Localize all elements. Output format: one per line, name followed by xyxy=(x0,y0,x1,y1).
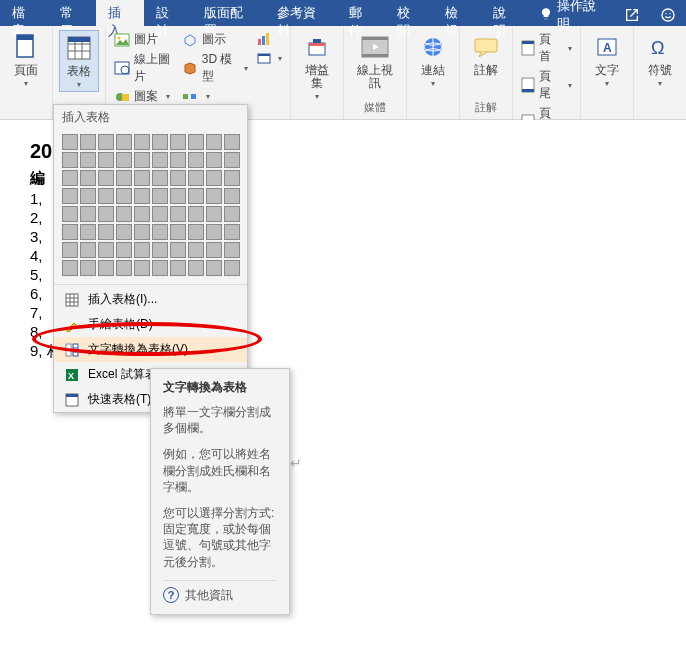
grid-cell[interactable] xyxy=(206,134,222,150)
tab-home[interactable]: 常用 xyxy=(48,0,96,26)
grid-cell[interactable] xyxy=(206,152,222,168)
table-button[interactable]: 表格 ▾ xyxy=(59,30,99,92)
tab-references[interactable]: 參考資料 xyxy=(265,0,337,26)
grid-cell[interactable] xyxy=(134,224,150,240)
grid-cell[interactable] xyxy=(206,224,222,240)
header-button[interactable]: 頁首▾ xyxy=(519,30,574,66)
grid-cell[interactable] xyxy=(170,224,186,240)
chart-button[interactable] xyxy=(254,30,284,48)
grid-cell[interactable] xyxy=(170,152,186,168)
tab-design[interactable]: 設計 xyxy=(144,0,192,26)
grid-cell[interactable] xyxy=(62,260,78,276)
grid-cell[interactable] xyxy=(206,260,222,276)
grid-cell[interactable] xyxy=(206,188,222,204)
grid-cell[interactable] xyxy=(188,134,204,150)
tab-insert[interactable]: 插入 xyxy=(96,0,144,26)
symbols-button[interactable]: Ω 符號 ▾ xyxy=(640,30,680,90)
grid-cell[interactable] xyxy=(206,242,222,258)
addins-button[interactable]: 增益 集 ▾ xyxy=(297,30,337,103)
grid-cell[interactable] xyxy=(62,188,78,204)
grid-cell[interactable] xyxy=(188,224,204,240)
3d-models-button[interactable]: 3D 模型▾ xyxy=(180,50,250,86)
grid-cell[interactable] xyxy=(98,242,114,258)
grid-cell[interactable] xyxy=(116,152,132,168)
grid-cell[interactable] xyxy=(188,188,204,204)
grid-cell[interactable] xyxy=(152,134,168,150)
table-size-grid[interactable] xyxy=(54,130,247,282)
grid-cell[interactable] xyxy=(188,242,204,258)
tab-help[interactable]: 說明 xyxy=(481,0,529,26)
grid-cell[interactable] xyxy=(62,134,78,150)
online-pictures-button[interactable]: 線上圖片 xyxy=(112,50,176,86)
pages-button[interactable]: 頁面 ▾ xyxy=(6,30,46,90)
grid-cell[interactable] xyxy=(80,206,96,222)
menu-insert-table[interactable]: 插入表格(I)... xyxy=(54,287,247,312)
tab-view[interactable]: 檢視 xyxy=(433,0,481,26)
grid-cell[interactable] xyxy=(188,170,204,186)
grid-cell[interactable] xyxy=(134,206,150,222)
grid-cell[interactable] xyxy=(62,206,78,222)
links-button[interactable]: 連結 ▾ xyxy=(413,30,453,90)
grid-cell[interactable] xyxy=(80,188,96,204)
grid-cell[interactable] xyxy=(224,224,240,240)
grid-cell[interactable] xyxy=(152,188,168,204)
grid-cell[interactable] xyxy=(116,260,132,276)
grid-cell[interactable] xyxy=(80,134,96,150)
grid-cell[interactable] xyxy=(224,134,240,150)
grid-cell[interactable] xyxy=(134,152,150,168)
grid-cell[interactable] xyxy=(62,170,78,186)
grid-cell[interactable] xyxy=(98,152,114,168)
grid-cell[interactable] xyxy=(152,170,168,186)
grid-cell[interactable] xyxy=(134,242,150,258)
grid-cell[interactable] xyxy=(170,242,186,258)
grid-cell[interactable] xyxy=(116,170,132,186)
tab-review[interactable]: 校閱 xyxy=(385,0,433,26)
tab-mail[interactable]: 郵件 xyxy=(337,0,385,26)
tab-layout[interactable]: 版面配置 xyxy=(192,0,264,26)
grid-cell[interactable] xyxy=(206,170,222,186)
grid-cell[interactable] xyxy=(224,206,240,222)
grid-cell[interactable] xyxy=(80,152,96,168)
tell-me[interactable]: 操作說明 xyxy=(529,0,614,26)
grid-cell[interactable] xyxy=(62,224,78,240)
grid-cell[interactable] xyxy=(98,260,114,276)
grid-cell[interactable] xyxy=(116,224,132,240)
online-video-button[interactable]: 線上視訊 xyxy=(350,30,401,92)
tooltip-more-info[interactable]: ? 其他資訊 xyxy=(163,587,277,604)
grid-cell[interactable] xyxy=(170,260,186,276)
grid-cell[interactable] xyxy=(98,170,114,186)
grid-cell[interactable] xyxy=(134,170,150,186)
menu-draw-table[interactable]: 手繪表格(D) xyxy=(54,312,247,337)
grid-cell[interactable] xyxy=(152,242,168,258)
icons-button[interactable]: 圖示 xyxy=(180,30,250,49)
grid-cell[interactable] xyxy=(116,242,132,258)
grid-cell[interactable] xyxy=(62,152,78,168)
grid-cell[interactable] xyxy=(170,134,186,150)
grid-cell[interactable] xyxy=(80,224,96,240)
pictures-button[interactable]: 圖片 xyxy=(112,30,176,49)
footer-button[interactable]: 頁尾▾ xyxy=(519,67,574,103)
grid-cell[interactable] xyxy=(188,152,204,168)
grid-cell[interactable] xyxy=(116,134,132,150)
grid-cell[interactable] xyxy=(80,242,96,258)
comment-button[interactable]: 註解 xyxy=(466,30,506,79)
grid-cell[interactable] xyxy=(224,260,240,276)
grid-cell[interactable] xyxy=(224,152,240,168)
grid-cell[interactable] xyxy=(152,152,168,168)
grid-cell[interactable] xyxy=(170,170,186,186)
grid-cell[interactable] xyxy=(116,206,132,222)
grid-cell[interactable] xyxy=(224,170,240,186)
grid-cell[interactable] xyxy=(170,188,186,204)
grid-cell[interactable] xyxy=(152,224,168,240)
grid-cell[interactable] xyxy=(134,188,150,204)
grid-cell[interactable] xyxy=(188,206,204,222)
feedback-button[interactable] xyxy=(650,0,686,26)
menu-convert-text-to-table[interactable]: 文字轉換為表格(V)... xyxy=(54,337,247,362)
grid-cell[interactable] xyxy=(116,188,132,204)
share-button[interactable] xyxy=(614,0,650,26)
grid-cell[interactable] xyxy=(152,260,168,276)
grid-cell[interactable] xyxy=(206,206,222,222)
textbox-button[interactable]: A 文字 ▾ xyxy=(587,30,627,90)
grid-cell[interactable] xyxy=(170,206,186,222)
grid-cell[interactable] xyxy=(98,224,114,240)
